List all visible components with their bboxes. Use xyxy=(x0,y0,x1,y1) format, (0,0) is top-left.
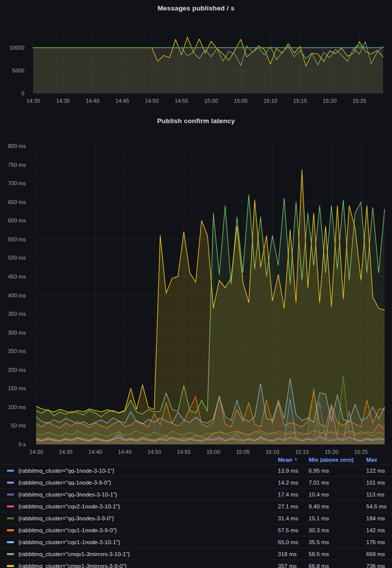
legend-max-value: 54.5 ms xyxy=(366,503,392,509)
series-label[interactable]: {rabbitmq_cluster="qq-1node-3-9-0"} xyxy=(18,480,111,486)
series-label[interactable]: {rabbitmq_cluster="qq-1node-3-10-1"} xyxy=(18,468,114,474)
svg-text:14:30: 14:30 xyxy=(26,98,40,104)
svg-text:250 ms: 250 ms xyxy=(8,348,26,354)
svg-text:14:45: 14:45 xyxy=(118,449,132,455)
legend-min-value: 35.5 ms xyxy=(309,539,366,545)
svg-text:450 ms: 450 ms xyxy=(8,274,26,280)
series-label[interactable]: {rabbitmq_cluster="cqv2-1node-3-10-1"} xyxy=(18,503,120,509)
svg-text:15:20: 15:20 xyxy=(325,449,338,455)
svg-text:14:50: 14:50 xyxy=(145,98,159,104)
svg-text:15:00: 15:00 xyxy=(206,449,220,455)
svg-text:14:45: 14:45 xyxy=(116,98,130,104)
legend-min-value: 15.1 ms xyxy=(309,515,366,521)
legend-min-value: 30.3 ms xyxy=(309,527,366,533)
legend-table: Mean^ Min (above zero) Max {rabbitmq_clu… xyxy=(0,455,392,568)
svg-text:400 ms: 400 ms xyxy=(8,292,26,298)
svg-text:100 ms: 100 ms xyxy=(8,404,26,410)
series-label[interactable]: {rabbitmq_cluster="qq-3nodes-3-9-0"} xyxy=(18,515,114,521)
svg-text:10000: 10000 xyxy=(9,45,24,51)
legend-max-value: 142 ms xyxy=(366,527,392,533)
series-color-swatch[interactable] xyxy=(7,517,14,519)
legend-sort-max[interactable]: Max xyxy=(366,457,392,463)
legend-row-2[interactable]: {rabbitmq_cluster="qq-1node-3-9-0"}14.2 … xyxy=(0,476,392,488)
legend-min-value: 10.4 ms xyxy=(309,492,366,497)
legend-mean-value: 17.4 ms xyxy=(278,492,309,497)
svg-text:15:15: 15:15 xyxy=(295,449,309,455)
series-label[interactable]: {rabbitmq_cluster="cmqv1-3mirrors-3-9-0"… xyxy=(18,563,127,568)
series-label[interactable]: {rabbitmq_cluster="cqv1-1node-3-10-1"} xyxy=(18,539,120,545)
legend-row-4[interactable]: {rabbitmq_cluster="cqv2-1node-3-10-1"}27… xyxy=(0,500,392,512)
svg-text:600 ms: 600 ms xyxy=(8,217,26,223)
messages-published-x-axis-labels: 14:3014:3514:4014:4514:5014:5515:0015:05… xyxy=(26,98,366,104)
legend-row-9[interactable]: {rabbitmq_cluster="cmqv1-3mirrors-3-9-0"… xyxy=(0,560,392,568)
legend-row-5[interactable]: {rabbitmq_cluster="qq-3nodes-3-9-0"}31.4… xyxy=(0,512,392,524)
publish-confirm-latency-chart[interactable]: 0 s50 ms100 ms150 ms200 ms250 ms300 ms35… xyxy=(0,114,392,456)
legend-sort-min[interactable]: Min (above zero) xyxy=(309,457,366,463)
series-color-swatch[interactable] xyxy=(7,553,14,555)
svg-text:350 ms: 350 ms xyxy=(8,311,26,317)
legend-max-value: 184 ms xyxy=(366,515,392,521)
legend-sort-mean[interactable]: Mean^ xyxy=(278,457,309,463)
svg-text:14:55: 14:55 xyxy=(175,98,189,104)
legend-max-value: 176 ms xyxy=(366,539,392,545)
legend-min-value: 7.01 ms xyxy=(309,480,366,486)
series-color-swatch[interactable] xyxy=(7,541,14,543)
svg-text:14:40: 14:40 xyxy=(86,98,100,104)
svg-text:15:20: 15:20 xyxy=(323,98,337,104)
legend-min-value: 58.5 ms xyxy=(309,551,366,557)
legend-mean-value: 65.0 ms xyxy=(278,539,309,545)
legend-row-3[interactable]: {rabbitmq_cluster="qq-3nodes-3-10-1"}17.… xyxy=(0,488,392,500)
series-color-swatch[interactable] xyxy=(7,470,14,472)
svg-text:14:35: 14:35 xyxy=(59,449,73,455)
legend-row-7[interactable]: {rabbitmq_cluster="cqv1-1node-3-10-1"}65… xyxy=(0,536,392,548)
grafana-dashboard: Messages published / s 050001000014:3014… xyxy=(0,0,392,568)
svg-text:200 ms: 200 ms xyxy=(8,367,26,373)
messages-published-area-qq-3nodes-3-9-0 xyxy=(33,48,383,93)
series-label[interactable]: {rabbitmq_cluster="cmqv1-3mirrors-3-10-1… xyxy=(18,551,130,557)
legend-min-value: 6.95 ms xyxy=(309,468,366,474)
legend-min-value: 66.8 ms xyxy=(309,563,366,568)
svg-text:15:10: 15:10 xyxy=(263,98,277,104)
svg-text:15:05: 15:05 xyxy=(234,98,248,104)
svg-text:300 ms: 300 ms xyxy=(8,330,26,336)
messages-published-y-axis-labels: 0500010000 xyxy=(9,45,24,96)
svg-text:14:35: 14:35 xyxy=(56,98,70,104)
publish-latency-area-cmqv1-3mirrors-3-9-0 xyxy=(36,170,385,444)
legend-mean-value: 31.4 ms xyxy=(278,515,309,521)
svg-text:15:00: 15:00 xyxy=(204,98,218,104)
svg-text:15:10: 15:10 xyxy=(265,449,279,455)
series-color-swatch[interactable] xyxy=(7,529,14,531)
series-label[interactable]: {rabbitmq_cluster="cqv1-1node-3-9-0"} xyxy=(18,527,117,533)
publish-latency-x-axis-labels: 14:3014:3514:4014:4514:5014:5515:0015:05… xyxy=(29,449,368,455)
legend-row-6[interactable]: {rabbitmq_cluster="cqv1-1node-3-9-0"}57.… xyxy=(0,524,392,536)
legend-max-value: 122 ms xyxy=(366,468,392,474)
svg-text:650 ms: 650 ms xyxy=(8,199,26,205)
legend-row-8[interactable]: {rabbitmq_cluster="cmqv1-3mirrors-3-10-1… xyxy=(0,548,392,560)
legend-max-value: 113 ms xyxy=(366,492,392,497)
svg-text:50 ms: 50 ms xyxy=(11,423,26,428)
legend-row-1[interactable]: {rabbitmq_cluster="qq-1node-3-10-1"}13.9… xyxy=(0,464,392,476)
legend-mean-value: 27.1 ms xyxy=(278,503,309,509)
svg-text:15:05: 15:05 xyxy=(236,449,250,455)
messages-published-chart[interactable]: 050001000014:3014:3514:4014:4514:5014:55… xyxy=(0,0,392,114)
svg-text:14:40: 14:40 xyxy=(88,449,102,455)
legend-min-value: 9.40 ms xyxy=(309,503,366,509)
svg-text:5000: 5000 xyxy=(12,68,24,73)
svg-text:14:55: 14:55 xyxy=(177,449,191,455)
legend-header: Mean^ Min (above zero) Max xyxy=(0,455,392,464)
publish-latency-y-axis-labels: 0 s50 ms100 ms150 ms200 ms250 ms300 ms35… xyxy=(8,143,26,447)
series-label[interactable]: {rabbitmq_cluster="qq-3nodes-3-10-1"} xyxy=(18,492,117,497)
series-color-swatch[interactable] xyxy=(7,505,14,507)
svg-text:500 ms: 500 ms xyxy=(8,255,26,261)
legend-mean-value: 13.9 ms xyxy=(278,468,309,474)
sort-asc-caret: ^ xyxy=(294,457,297,462)
series-color-swatch[interactable] xyxy=(7,482,14,484)
svg-text:700 ms: 700 ms xyxy=(8,180,26,186)
legend-mean-value: 357 ms xyxy=(278,563,309,568)
series-color-swatch[interactable] xyxy=(7,494,14,496)
legend-mean-value: 318 ms xyxy=(278,551,309,557)
series-color-swatch[interactable] xyxy=(7,565,14,567)
svg-text:14:50: 14:50 xyxy=(147,449,161,455)
svg-text:750 ms: 750 ms xyxy=(8,162,26,168)
legend-max-value: 736 ms xyxy=(366,563,392,568)
